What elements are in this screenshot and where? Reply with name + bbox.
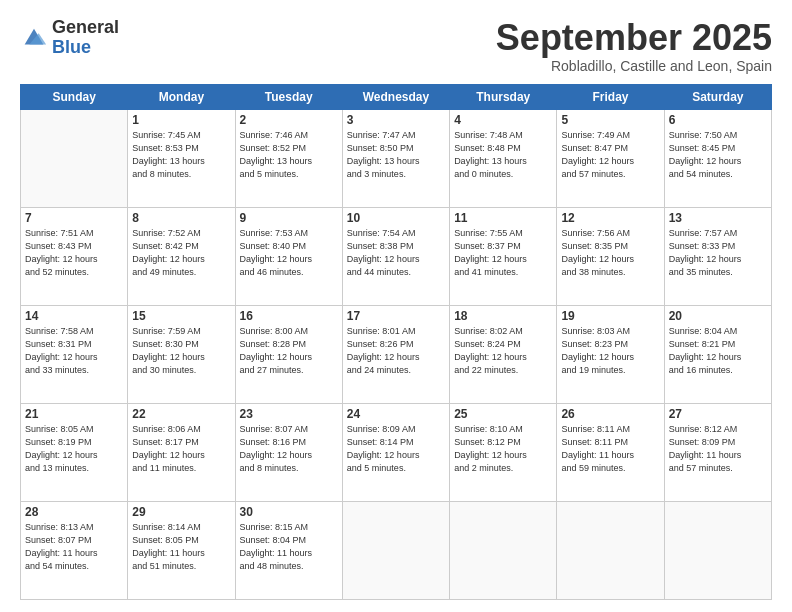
title-block: September 2025 Robladillo, Castille and … <box>496 18 772 74</box>
calendar-cell: 19Sunrise: 8:03 AM Sunset: 8:23 PM Dayli… <box>557 305 664 403</box>
day-number: 24 <box>347 407 445 421</box>
location: Robladillo, Castille and Leon, Spain <box>496 58 772 74</box>
calendar-header-row: SundayMondayTuesdayWednesdayThursdayFrid… <box>21 84 772 109</box>
day-number: 13 <box>669 211 767 225</box>
day-info: Sunrise: 7:53 AM Sunset: 8:40 PM Dayligh… <box>240 227 338 279</box>
calendar-cell: 7Sunrise: 7:51 AM Sunset: 8:43 PM Daylig… <box>21 207 128 305</box>
day-info: Sunrise: 8:11 AM Sunset: 8:11 PM Dayligh… <box>561 423 659 475</box>
day-number: 27 <box>669 407 767 421</box>
calendar-cell: 14Sunrise: 7:58 AM Sunset: 8:31 PM Dayli… <box>21 305 128 403</box>
day-info: Sunrise: 8:14 AM Sunset: 8:05 PM Dayligh… <box>132 521 230 573</box>
day-info: Sunrise: 7:50 AM Sunset: 8:45 PM Dayligh… <box>669 129 767 181</box>
calendar-cell: 24Sunrise: 8:09 AM Sunset: 8:14 PM Dayli… <box>342 403 449 501</box>
day-info: Sunrise: 8:00 AM Sunset: 8:28 PM Dayligh… <box>240 325 338 377</box>
day-number: 11 <box>454 211 552 225</box>
day-number: 28 <box>25 505 123 519</box>
day-number: 1 <box>132 113 230 127</box>
calendar-cell: 5Sunrise: 7:49 AM Sunset: 8:47 PM Daylig… <box>557 109 664 207</box>
day-number: 9 <box>240 211 338 225</box>
day-info: Sunrise: 7:58 AM Sunset: 8:31 PM Dayligh… <box>25 325 123 377</box>
day-header-monday: Monday <box>128 84 235 109</box>
calendar-week-0: 1Sunrise: 7:45 AM Sunset: 8:53 PM Daylig… <box>21 109 772 207</box>
calendar-cell: 11Sunrise: 7:55 AM Sunset: 8:37 PM Dayli… <box>450 207 557 305</box>
day-info: Sunrise: 7:46 AM Sunset: 8:52 PM Dayligh… <box>240 129 338 181</box>
day-number: 14 <box>25 309 123 323</box>
calendar-cell <box>664 501 771 599</box>
day-info: Sunrise: 7:54 AM Sunset: 8:38 PM Dayligh… <box>347 227 445 279</box>
day-number: 21 <box>25 407 123 421</box>
page: General Blue September 2025 Robladillo, … <box>0 0 792 612</box>
day-info: Sunrise: 7:55 AM Sunset: 8:37 PM Dayligh… <box>454 227 552 279</box>
calendar-week-4: 28Sunrise: 8:13 AM Sunset: 8:07 PM Dayli… <box>21 501 772 599</box>
calendar-cell: 25Sunrise: 8:10 AM Sunset: 8:12 PM Dayli… <box>450 403 557 501</box>
calendar-cell: 6Sunrise: 7:50 AM Sunset: 8:45 PM Daylig… <box>664 109 771 207</box>
day-header-sunday: Sunday <box>21 84 128 109</box>
calendar-cell <box>450 501 557 599</box>
logo-blue: Blue <box>52 38 119 58</box>
day-number: 7 <box>25 211 123 225</box>
logo-icon <box>20 24 48 52</box>
calendar-cell: 9Sunrise: 7:53 AM Sunset: 8:40 PM Daylig… <box>235 207 342 305</box>
day-number: 26 <box>561 407 659 421</box>
logo-general: General <box>52 18 119 38</box>
calendar-week-2: 14Sunrise: 7:58 AM Sunset: 8:31 PM Dayli… <box>21 305 772 403</box>
calendar-cell: 22Sunrise: 8:06 AM Sunset: 8:17 PM Dayli… <box>128 403 235 501</box>
month-title: September 2025 <box>496 18 772 58</box>
header: General Blue September 2025 Robladillo, … <box>20 18 772 74</box>
calendar-cell: 2Sunrise: 7:46 AM Sunset: 8:52 PM Daylig… <box>235 109 342 207</box>
calendar: SundayMondayTuesdayWednesdayThursdayFrid… <box>20 84 772 600</box>
day-number: 15 <box>132 309 230 323</box>
day-number: 12 <box>561 211 659 225</box>
day-info: Sunrise: 8:09 AM Sunset: 8:14 PM Dayligh… <box>347 423 445 475</box>
day-number: 3 <box>347 113 445 127</box>
calendar-cell: 28Sunrise: 8:13 AM Sunset: 8:07 PM Dayli… <box>21 501 128 599</box>
day-info: Sunrise: 7:49 AM Sunset: 8:47 PM Dayligh… <box>561 129 659 181</box>
calendar-cell <box>342 501 449 599</box>
day-header-wednesday: Wednesday <box>342 84 449 109</box>
day-number: 23 <box>240 407 338 421</box>
calendar-cell: 18Sunrise: 8:02 AM Sunset: 8:24 PM Dayli… <box>450 305 557 403</box>
day-info: Sunrise: 8:10 AM Sunset: 8:12 PM Dayligh… <box>454 423 552 475</box>
day-number: 16 <box>240 309 338 323</box>
day-number: 30 <box>240 505 338 519</box>
day-number: 2 <box>240 113 338 127</box>
day-number: 10 <box>347 211 445 225</box>
calendar-week-1: 7Sunrise: 7:51 AM Sunset: 8:43 PM Daylig… <box>21 207 772 305</box>
day-info: Sunrise: 8:07 AM Sunset: 8:16 PM Dayligh… <box>240 423 338 475</box>
day-info: Sunrise: 7:59 AM Sunset: 8:30 PM Dayligh… <box>132 325 230 377</box>
calendar-cell: 3Sunrise: 7:47 AM Sunset: 8:50 PM Daylig… <box>342 109 449 207</box>
calendar-cell: 12Sunrise: 7:56 AM Sunset: 8:35 PM Dayli… <box>557 207 664 305</box>
day-info: Sunrise: 7:56 AM Sunset: 8:35 PM Dayligh… <box>561 227 659 279</box>
calendar-cell: 8Sunrise: 7:52 AM Sunset: 8:42 PM Daylig… <box>128 207 235 305</box>
day-info: Sunrise: 7:47 AM Sunset: 8:50 PM Dayligh… <box>347 129 445 181</box>
day-number: 20 <box>669 309 767 323</box>
calendar-cell: 20Sunrise: 8:04 AM Sunset: 8:21 PM Dayli… <box>664 305 771 403</box>
day-info: Sunrise: 7:52 AM Sunset: 8:42 PM Dayligh… <box>132 227 230 279</box>
day-number: 18 <box>454 309 552 323</box>
day-info: Sunrise: 8:04 AM Sunset: 8:21 PM Dayligh… <box>669 325 767 377</box>
calendar-cell: 26Sunrise: 8:11 AM Sunset: 8:11 PM Dayli… <box>557 403 664 501</box>
calendar-cell: 1Sunrise: 7:45 AM Sunset: 8:53 PM Daylig… <box>128 109 235 207</box>
calendar-cell: 16Sunrise: 8:00 AM Sunset: 8:28 PM Dayli… <box>235 305 342 403</box>
calendar-cell: 29Sunrise: 8:14 AM Sunset: 8:05 PM Dayli… <box>128 501 235 599</box>
day-info: Sunrise: 8:05 AM Sunset: 8:19 PM Dayligh… <box>25 423 123 475</box>
day-number: 17 <box>347 309 445 323</box>
day-header-thursday: Thursday <box>450 84 557 109</box>
calendar-cell <box>21 109 128 207</box>
day-header-saturday: Saturday <box>664 84 771 109</box>
day-header-friday: Friday <box>557 84 664 109</box>
day-number: 5 <box>561 113 659 127</box>
calendar-cell: 21Sunrise: 8:05 AM Sunset: 8:19 PM Dayli… <box>21 403 128 501</box>
day-info: Sunrise: 7:57 AM Sunset: 8:33 PM Dayligh… <box>669 227 767 279</box>
day-info: Sunrise: 8:02 AM Sunset: 8:24 PM Dayligh… <box>454 325 552 377</box>
calendar-cell: 15Sunrise: 7:59 AM Sunset: 8:30 PM Dayli… <box>128 305 235 403</box>
calendar-cell: 27Sunrise: 8:12 AM Sunset: 8:09 PM Dayli… <box>664 403 771 501</box>
day-info: Sunrise: 8:01 AM Sunset: 8:26 PM Dayligh… <box>347 325 445 377</box>
day-info: Sunrise: 7:45 AM Sunset: 8:53 PM Dayligh… <box>132 129 230 181</box>
day-number: 8 <box>132 211 230 225</box>
calendar-week-3: 21Sunrise: 8:05 AM Sunset: 8:19 PM Dayli… <box>21 403 772 501</box>
calendar-cell: 10Sunrise: 7:54 AM Sunset: 8:38 PM Dayli… <box>342 207 449 305</box>
day-info: Sunrise: 7:51 AM Sunset: 8:43 PM Dayligh… <box>25 227 123 279</box>
day-number: 25 <box>454 407 552 421</box>
day-number: 6 <box>669 113 767 127</box>
